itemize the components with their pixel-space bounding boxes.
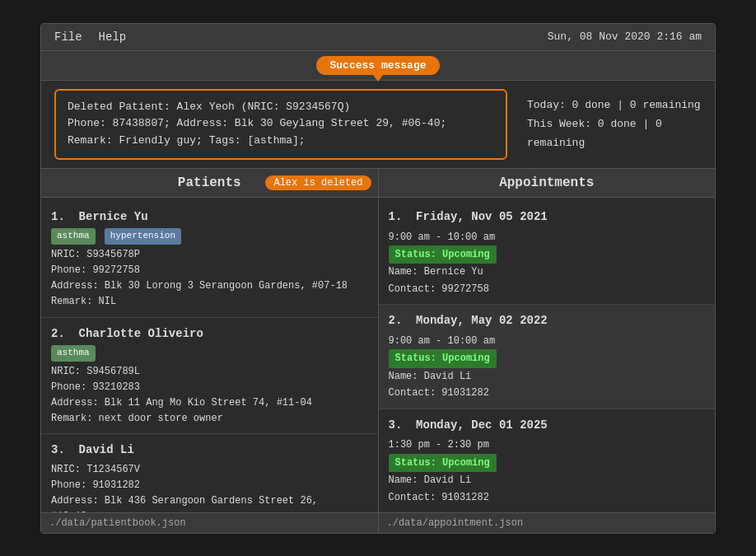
deleted-patient-text: Deleted Patient: Alex Yeoh (NRIC: S92345…: [68, 100, 446, 147]
appt-time: 1:30 pm - 2:30 pm: [389, 437, 706, 453]
week-stats: This Week: 0 done | 0 remaining: [527, 114, 702, 153]
patient-nric: NRIC: S9456789L: [51, 364, 368, 380]
success-bar: Success message: [41, 51, 715, 81]
patient-phone: Phone: 99272758: [51, 263, 368, 278]
alex-deleted-badge: Alex is deleted: [265, 175, 371, 190]
patients-footer: ./data/patientbook.json: [41, 512, 378, 533]
patient-remark: Remark: next door store owner: [51, 411, 368, 427]
tag-hypertension: hypertension: [105, 228, 181, 245]
list-item: 3. Monday, Dec 01 2025 1:30 pm - 2:30 pm…: [379, 409, 716, 512]
appt-contact: Contact: 91031282: [389, 385, 706, 401]
patients-panel: Patients Alex is deleted 1. Bernice Yu a…: [41, 169, 379, 533]
patient-phone: Phone: 91031282: [51, 478, 368, 493]
appointments-footer: ./data/appointment.json: [379, 512, 716, 533]
appt-number-day: 3. Monday, Dec 01 2025: [389, 416, 706, 436]
patients-header: Patients Alex is deleted: [41, 169, 378, 198]
status-badge: Status: Upcoming: [389, 245, 497, 264]
deleted-patient-info: Deleted Patient: Alex Yeoh (NRIC: S92345…: [54, 89, 507, 160]
appt-contact: Contact: 91031282: [389, 489, 706, 506]
file-menu[interactable]: File: [54, 30, 82, 44]
info-bar: Deleted Patient: Alex Yeoh (NRIC: S92345…: [41, 81, 715, 169]
patients-title: Patients: [178, 175, 241, 190]
today-stats: Today: 0 done | 0 remaining: [527, 96, 702, 114]
tag-asthma: asthma: [51, 345, 96, 362]
patient-nric: NRIC: T1234567V: [51, 462, 368, 478]
appointments-list[interactable]: 1. Friday, Nov 05 2021 9:00 am - 10:00 a…: [379, 198, 716, 512]
patient-address: Address: Blk 30 Lorong 3 Serangoon Garde…: [51, 278, 368, 294]
main-panels: Patients Alex is deleted 1. Bernice Yu a…: [41, 169, 715, 533]
patients-list[interactable]: 1. Bernice Yu asthma hypertension NRIC: …: [41, 198, 378, 512]
menu-bar: File Help Sun, 08 Nov 2020 2:16 am: [41, 24, 715, 51]
patient-tags: asthma hypertension: [51, 228, 368, 247]
appt-number-day: 1. Friday, Nov 05 2021: [389, 208, 706, 227]
list-item: 2. Charlotte Oliveiro asthma NRIC: S9456…: [41, 318, 378, 435]
stats-panel: Today: 0 done | 0 remaining This Week: 0…: [520, 89, 702, 160]
status-badge: Status: Upcoming: [389, 349, 497, 367]
patient-tags: asthma: [51, 345, 368, 364]
patient-address: Address: Blk 436 Serangoon Gardens Stree…: [51, 493, 368, 509]
appointments-header: Appointments: [379, 169, 716, 198]
appt-time: 9:00 am - 10:00 am: [389, 333, 706, 349]
list-item: 3. David Li NRIC: T1234567V Phone: 91031…: [41, 434, 378, 512]
appt-time: 9:00 am - 10:00 am: [389, 229, 706, 245]
patient-number: 1. Bernice Yu: [51, 208, 368, 226]
list-item: 1. Bernice Yu asthma hypertension NRIC: …: [41, 201, 378, 318]
menu-items: File Help: [54, 30, 126, 44]
patient-phone: Phone: 93210283: [51, 380, 368, 395]
help-menu[interactable]: Help: [99, 30, 127, 44]
appt-number-day: 2. Monday, May 02 2022: [389, 311, 706, 331]
appt-name: Name: David Li: [389, 472, 706, 488]
main-window: File Help Sun, 08 Nov 2020 2:16 am Succe…: [40, 23, 716, 534]
list-item: 2. Monday, May 02 2022 9:00 am - 10:00 a…: [379, 305, 716, 409]
appt-contact: Contact: 99272758: [389, 281, 706, 297]
appt-name: Name: Bernice Yu: [389, 264, 706, 280]
patient-nric: NRIC: S9345678P: [51, 247, 368, 263]
patient-number: 3. David Li: [51, 441, 368, 459]
status-badge: Status: Upcoming: [389, 454, 497, 472]
list-item: 1. Friday, Nov 05 2021 9:00 am - 10:00 a…: [379, 201, 716, 305]
appt-name: Name: David Li: [389, 368, 706, 385]
patient-number: 2. Charlotte Oliveiro: [51, 325, 368, 343]
appointments-title: Appointments: [499, 175, 594, 190]
success-badge: Success message: [316, 56, 439, 75]
appointments-panel: Appointments 1. Friday, Nov 05 2021 9:00…: [379, 169, 716, 533]
patient-remark: Remark: NIL: [51, 294, 368, 310]
patient-address: Address: Blk 11 Ang Mo Kio Street 74, #1…: [51, 395, 368, 411]
tag-asthma: asthma: [51, 228, 96, 245]
datetime-display: Sun, 08 Nov 2020 2:16 am: [548, 30, 702, 43]
